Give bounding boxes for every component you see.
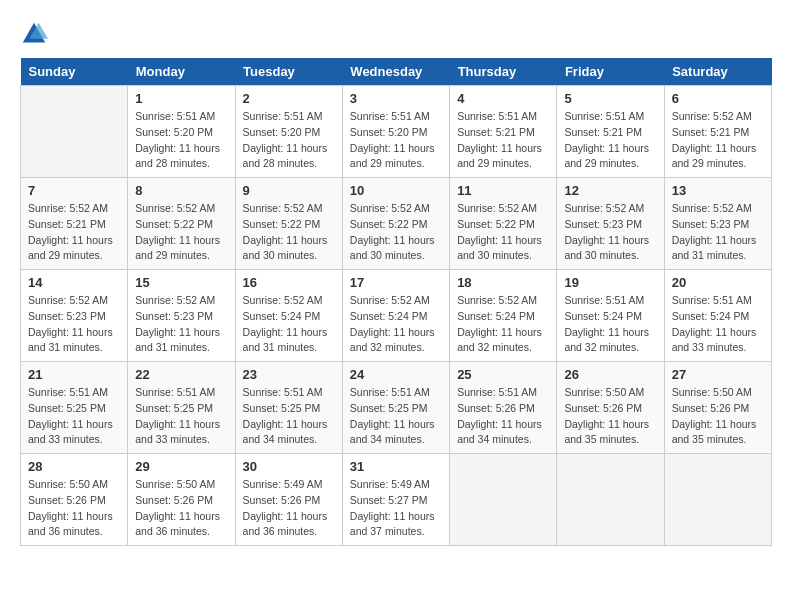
day-info: Sunrise: 5:52 AMSunset: 5:21 PMDaylight:… — [672, 109, 764, 172]
day-number: 10 — [350, 183, 442, 198]
day-info: Sunrise: 5:52 AMSunset: 5:23 PMDaylight:… — [135, 293, 227, 356]
day-number: 22 — [135, 367, 227, 382]
header-cell-monday: Monday — [128, 58, 235, 86]
day-info: Sunrise: 5:52 AMSunset: 5:22 PMDaylight:… — [350, 201, 442, 264]
day-info: Sunrise: 5:51 AMSunset: 5:25 PMDaylight:… — [243, 385, 335, 448]
day-info: Sunrise: 5:51 AMSunset: 5:24 PMDaylight:… — [564, 293, 656, 356]
day-info: Sunrise: 5:52 AMSunset: 5:24 PMDaylight:… — [457, 293, 549, 356]
header-cell-friday: Friday — [557, 58, 664, 86]
day-info: Sunrise: 5:52 AMSunset: 5:21 PMDaylight:… — [28, 201, 120, 264]
day-cell: 24Sunrise: 5:51 AMSunset: 5:25 PMDayligh… — [342, 362, 449, 454]
day-number: 8 — [135, 183, 227, 198]
day-number: 31 — [350, 459, 442, 474]
day-cell: 1Sunrise: 5:51 AMSunset: 5:20 PMDaylight… — [128, 86, 235, 178]
day-info: Sunrise: 5:52 AMSunset: 5:22 PMDaylight:… — [457, 201, 549, 264]
day-info: Sunrise: 5:52 AMSunset: 5:22 PMDaylight:… — [135, 201, 227, 264]
day-cell: 4Sunrise: 5:51 AMSunset: 5:21 PMDaylight… — [450, 86, 557, 178]
day-cell: 8Sunrise: 5:52 AMSunset: 5:22 PMDaylight… — [128, 178, 235, 270]
day-cell: 27Sunrise: 5:50 AMSunset: 5:26 PMDayligh… — [664, 362, 771, 454]
header-cell-sunday: Sunday — [21, 58, 128, 86]
day-cell: 13Sunrise: 5:52 AMSunset: 5:23 PMDayligh… — [664, 178, 771, 270]
day-number: 29 — [135, 459, 227, 474]
day-cell: 23Sunrise: 5:51 AMSunset: 5:25 PMDayligh… — [235, 362, 342, 454]
day-number: 24 — [350, 367, 442, 382]
day-number: 16 — [243, 275, 335, 290]
day-info: Sunrise: 5:51 AMSunset: 5:20 PMDaylight:… — [243, 109, 335, 172]
day-info: Sunrise: 5:51 AMSunset: 5:20 PMDaylight:… — [135, 109, 227, 172]
day-cell: 22Sunrise: 5:51 AMSunset: 5:25 PMDayligh… — [128, 362, 235, 454]
day-number: 15 — [135, 275, 227, 290]
day-info: Sunrise: 5:50 AMSunset: 5:26 PMDaylight:… — [28, 477, 120, 540]
day-number: 18 — [457, 275, 549, 290]
day-cell: 5Sunrise: 5:51 AMSunset: 5:21 PMDaylight… — [557, 86, 664, 178]
day-info: Sunrise: 5:52 AMSunset: 5:22 PMDaylight:… — [243, 201, 335, 264]
week-row-2: 14Sunrise: 5:52 AMSunset: 5:23 PMDayligh… — [21, 270, 772, 362]
day-cell — [664, 454, 771, 546]
logo-icon — [20, 20, 48, 48]
header-cell-tuesday: Tuesday — [235, 58, 342, 86]
day-number: 2 — [243, 91, 335, 106]
day-cell: 15Sunrise: 5:52 AMSunset: 5:23 PMDayligh… — [128, 270, 235, 362]
day-info: Sunrise: 5:50 AMSunset: 5:26 PMDaylight:… — [672, 385, 764, 448]
week-row-0: 1Sunrise: 5:51 AMSunset: 5:20 PMDaylight… — [21, 86, 772, 178]
day-number: 7 — [28, 183, 120, 198]
day-number: 5 — [564, 91, 656, 106]
day-cell: 21Sunrise: 5:51 AMSunset: 5:25 PMDayligh… — [21, 362, 128, 454]
day-number: 28 — [28, 459, 120, 474]
day-number: 20 — [672, 275, 764, 290]
day-number: 9 — [243, 183, 335, 198]
day-number: 25 — [457, 367, 549, 382]
day-info: Sunrise: 5:52 AMSunset: 5:24 PMDaylight:… — [350, 293, 442, 356]
week-row-1: 7Sunrise: 5:52 AMSunset: 5:21 PMDaylight… — [21, 178, 772, 270]
day-cell: 3Sunrise: 5:51 AMSunset: 5:20 PMDaylight… — [342, 86, 449, 178]
day-number: 19 — [564, 275, 656, 290]
day-number: 3 — [350, 91, 442, 106]
day-number: 11 — [457, 183, 549, 198]
day-cell: 7Sunrise: 5:52 AMSunset: 5:21 PMDaylight… — [21, 178, 128, 270]
day-info: Sunrise: 5:52 AMSunset: 5:24 PMDaylight:… — [243, 293, 335, 356]
day-info: Sunrise: 5:49 AMSunset: 5:27 PMDaylight:… — [350, 477, 442, 540]
day-cell: 6Sunrise: 5:52 AMSunset: 5:21 PMDaylight… — [664, 86, 771, 178]
day-cell: 16Sunrise: 5:52 AMSunset: 5:24 PMDayligh… — [235, 270, 342, 362]
day-info: Sunrise: 5:51 AMSunset: 5:25 PMDaylight:… — [135, 385, 227, 448]
header-cell-wednesday: Wednesday — [342, 58, 449, 86]
day-info: Sunrise: 5:51 AMSunset: 5:26 PMDaylight:… — [457, 385, 549, 448]
day-info: Sunrise: 5:52 AMSunset: 5:23 PMDaylight:… — [672, 201, 764, 264]
day-number: 23 — [243, 367, 335, 382]
day-number: 1 — [135, 91, 227, 106]
day-number: 30 — [243, 459, 335, 474]
day-number: 4 — [457, 91, 549, 106]
day-cell — [557, 454, 664, 546]
logo — [20, 20, 52, 48]
day-cell: 29Sunrise: 5:50 AMSunset: 5:26 PMDayligh… — [128, 454, 235, 546]
day-cell: 12Sunrise: 5:52 AMSunset: 5:23 PMDayligh… — [557, 178, 664, 270]
week-row-4: 28Sunrise: 5:50 AMSunset: 5:26 PMDayligh… — [21, 454, 772, 546]
day-cell: 10Sunrise: 5:52 AMSunset: 5:22 PMDayligh… — [342, 178, 449, 270]
day-cell — [450, 454, 557, 546]
day-info: Sunrise: 5:51 AMSunset: 5:25 PMDaylight:… — [350, 385, 442, 448]
day-info: Sunrise: 5:51 AMSunset: 5:20 PMDaylight:… — [350, 109, 442, 172]
day-number: 14 — [28, 275, 120, 290]
day-cell: 2Sunrise: 5:51 AMSunset: 5:20 PMDaylight… — [235, 86, 342, 178]
day-cell — [21, 86, 128, 178]
day-cell: 31Sunrise: 5:49 AMSunset: 5:27 PMDayligh… — [342, 454, 449, 546]
day-info: Sunrise: 5:51 AMSunset: 5:21 PMDaylight:… — [457, 109, 549, 172]
day-number: 6 — [672, 91, 764, 106]
header-cell-thursday: Thursday — [450, 58, 557, 86]
day-number: 26 — [564, 367, 656, 382]
day-cell: 18Sunrise: 5:52 AMSunset: 5:24 PMDayligh… — [450, 270, 557, 362]
day-info: Sunrise: 5:51 AMSunset: 5:24 PMDaylight:… — [672, 293, 764, 356]
day-info: Sunrise: 5:51 AMSunset: 5:21 PMDaylight:… — [564, 109, 656, 172]
week-row-3: 21Sunrise: 5:51 AMSunset: 5:25 PMDayligh… — [21, 362, 772, 454]
day-cell: 28Sunrise: 5:50 AMSunset: 5:26 PMDayligh… — [21, 454, 128, 546]
day-number: 13 — [672, 183, 764, 198]
day-cell: 14Sunrise: 5:52 AMSunset: 5:23 PMDayligh… — [21, 270, 128, 362]
header-row: SundayMondayTuesdayWednesdayThursdayFrid… — [21, 58, 772, 86]
day-cell: 11Sunrise: 5:52 AMSunset: 5:22 PMDayligh… — [450, 178, 557, 270]
day-cell: 17Sunrise: 5:52 AMSunset: 5:24 PMDayligh… — [342, 270, 449, 362]
day-number: 12 — [564, 183, 656, 198]
day-cell: 25Sunrise: 5:51 AMSunset: 5:26 PMDayligh… — [450, 362, 557, 454]
day-info: Sunrise: 5:50 AMSunset: 5:26 PMDaylight:… — [564, 385, 656, 448]
day-cell: 30Sunrise: 5:49 AMSunset: 5:26 PMDayligh… — [235, 454, 342, 546]
day-number: 21 — [28, 367, 120, 382]
